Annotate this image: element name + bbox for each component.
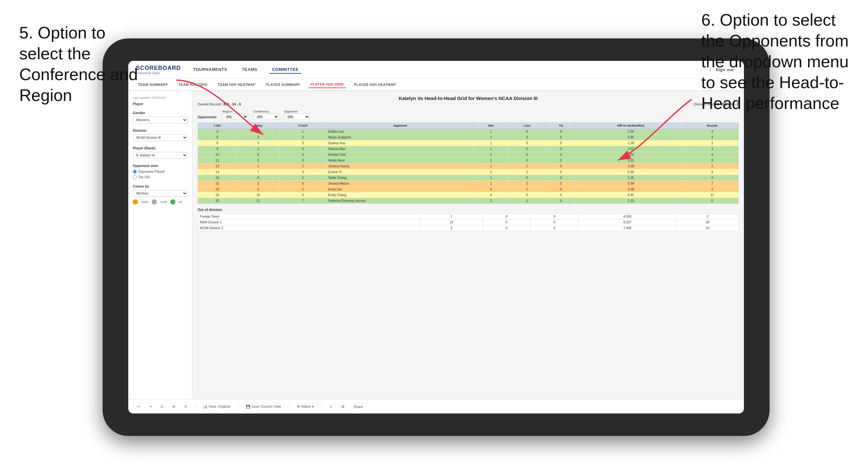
th-div: # Div xyxy=(198,123,237,129)
radio-top100-label: Top 100 xyxy=(138,175,150,179)
region-filter-select[interactable]: (All) xyxy=(222,114,248,120)
tablet-screen: SCOREBOARD Powered by clippd TOURNAMENTS… xyxy=(128,61,744,413)
toolbar-undo[interactable]: ↩ xyxy=(135,403,143,410)
table-row: 633Sydney Kuo100-1.003 xyxy=(198,141,739,146)
sidebar-division-label: Division xyxy=(133,128,188,132)
out-table-row: Foreign Team1004.5002 xyxy=(198,214,739,220)
radio-top100[interactable]: Top 100 xyxy=(133,175,188,179)
nav-item-teams[interactable]: TEAMS xyxy=(239,66,260,74)
nav-items: TOURNAMENTS TEAMS COMMITTEE xyxy=(190,66,710,74)
main-table: # Div # Reg # Conf Opponent Win Loss Tie… xyxy=(197,122,739,204)
opponents-label: Opponents: xyxy=(197,115,217,120)
th-conf: # Conf xyxy=(280,123,326,129)
sub-nav-player-h2h-grid[interactable]: PLAYER H2H GRID xyxy=(308,81,346,88)
panel-title: Katelyn Vo Head-to-Head Grid for Women's… xyxy=(197,95,739,101)
th-loss: Loss xyxy=(507,123,547,129)
content-panel: Katelyn Vo Head-to-Head Grid for Women's… xyxy=(192,91,744,399)
dot-level-label: Level xyxy=(160,200,167,204)
sub-nav-team-h2h-grid[interactable]: TEAM H2H GRID xyxy=(176,82,209,88)
table-row: 331Esther Lee1001.504 xyxy=(198,129,739,135)
toolbar-sep1 xyxy=(195,404,195,410)
dot-up xyxy=(170,199,176,205)
conference-filter-select[interactable]: (All) xyxy=(253,114,279,120)
dot-up-label: Up xyxy=(179,200,182,204)
th-rounds: Rounds xyxy=(686,123,739,129)
filter-region: Region (All) xyxy=(222,110,248,120)
sidebar-colour-section: Colour by Win/loss Down Level Up xyxy=(133,184,188,205)
out-table-row: NAIA Division 115009.26730 xyxy=(198,220,739,225)
division-select[interactable]: NCAA Division III xyxy=(133,134,188,141)
toolbar-export[interactable]: ↙ xyxy=(327,403,335,410)
radio-opponents-played[interactable]: Opponents Played xyxy=(133,169,188,174)
dot-level xyxy=(152,199,157,205)
colour-select[interactable]: Win/loss xyxy=(133,190,188,197)
table-row: 1311Jessica Huang110-3.002 xyxy=(198,163,739,169)
top-nav: SCOREBOARD Powered by clippd TOURNAMENTS… xyxy=(128,61,744,79)
dot-down xyxy=(133,199,138,205)
th-opponent: Opponent xyxy=(326,123,474,129)
gender-select[interactable]: Women's xyxy=(133,117,188,123)
nav-item-tournaments[interactable]: TOURNAMENTS xyxy=(190,66,229,74)
sub-nav-player-h2h-heatmap[interactable]: PLAYER H2H HEATMAP xyxy=(352,82,398,88)
th-reg: # Reg xyxy=(237,123,280,129)
out-division-table: Foreign Team1004.5002NAIA Division 11500… xyxy=(197,214,739,231)
th-tie: Tie xyxy=(547,123,576,129)
th-diff: Diff Av Strokes/Rnd xyxy=(576,123,686,129)
toolbar-grid[interactable]: ⊞ xyxy=(339,403,347,410)
sub-nav-player-summary[interactable]: PLAYER SUMMARY xyxy=(264,82,302,88)
toolbar-watch[interactable]: 👁 Watch ▾ xyxy=(294,403,317,410)
toolbar-copy[interactable]: ⎘ xyxy=(158,404,166,410)
sub-nav-team-h2h-heatmap[interactable]: TEAM H2H HEATMAP xyxy=(216,82,257,88)
bottom-toolbar: ↩ ↪ ⎘ ⊘ ◷ 📊 View: Original 💾 Save Custom… xyxy=(128,399,744,413)
toolbar-redo-1[interactable]: ↪ xyxy=(147,403,155,410)
toolbar-view-original[interactable]: 📊 View: Original xyxy=(200,403,233,410)
toolbar-time[interactable]: ◷ xyxy=(182,403,190,410)
overall-record-label: Overall Record: xyxy=(197,102,222,106)
filter-conference-label: Conference xyxy=(253,110,279,113)
filter-opponent: Opponent (All) xyxy=(284,110,310,120)
radio-opponents-played-input[interactable] xyxy=(133,169,137,174)
table-row: 20117Federica Domecq Lacroze2101.336 xyxy=(198,198,739,204)
radio-opponents-played-label: Opponents Played xyxy=(138,170,164,174)
main-content: Last Updated: 27/03/2024 Player Gender W… xyxy=(128,91,744,399)
dot-down-label: Down xyxy=(141,200,149,204)
filter-conference: Conference (All) xyxy=(253,110,279,120)
player-rank-select[interactable]: 8. Katelyn Vo xyxy=(133,152,188,159)
table-row: 19106Emily Chang4000.3011 xyxy=(198,192,739,198)
overall-record-value: 353 - 34 - 6 xyxy=(223,102,241,106)
table-row: 1636Jessica Mason120-0.947 xyxy=(198,181,739,187)
overall-record: Overall Record: 353 - 34 - 6 xyxy=(197,102,241,106)
annotation-left: 5. Option to select the Conference and R… xyxy=(19,23,148,106)
toolbar-save-custom[interactable]: 💾 Save Custom View xyxy=(243,403,284,410)
th-win: Win xyxy=(474,123,507,129)
filter-region-label: Region xyxy=(222,110,248,113)
sidebar-opponent-view-label: Opponent view xyxy=(133,164,188,168)
tablet-frame: SCOREBOARD Powered by clippd TOURNAMENTS… xyxy=(103,38,770,436)
sidebar-colour-label: Colour by xyxy=(133,184,188,188)
sidebar: Last Updated: 27/03/2024 Player Gender W… xyxy=(128,91,192,399)
table-row: 1063Andrea York2004.004 xyxy=(198,152,739,158)
sidebar-gender-label: Gender xyxy=(133,111,188,115)
toolbar-sep2 xyxy=(238,404,238,410)
sidebar-player-rank-label: Player (Rank) xyxy=(133,146,188,150)
filter-opponent-label: Opponent xyxy=(284,110,310,113)
table-row: 1474Eunice Yi2200.389 xyxy=(198,169,739,175)
toolbar-sep4 xyxy=(321,404,322,410)
sidebar-division-section: Division NCAA Division III xyxy=(133,128,188,141)
sidebar-gender-section: Gender Women's xyxy=(133,111,188,123)
toolbar-clear[interactable]: ⊘ xyxy=(169,403,178,410)
annotation-right: 6. Option to select the Opponents from t… xyxy=(701,10,858,114)
sidebar-player-rank-section: Player (Rank) 8. Katelyn Vo xyxy=(133,146,188,159)
toolbar-share[interactable]: Share xyxy=(351,404,365,410)
sub-nav: TEAM SUMMARY TEAM H2H GRID TEAM H2H HEAT… xyxy=(128,79,744,91)
colour-dots: Down Level Up xyxy=(133,199,188,205)
table-row: 914Sharon Mun1003.673 xyxy=(198,146,739,152)
out-table-row: NCAA Division 25007.40010 xyxy=(198,225,739,231)
out-of-division-header: Out of division xyxy=(197,208,739,212)
table-row: 522Alexis Sudijanto1004.003 xyxy=(198,135,739,141)
nav-item-committee[interactable]: COMMITTEE xyxy=(269,66,301,74)
filter-row: Opponents: Region (All) Conference (All) xyxy=(197,110,739,120)
opponent-filter-select[interactable]: (All) xyxy=(284,114,310,120)
radio-top100-input[interactable] xyxy=(133,175,137,179)
record-row: Overall Record: 353 - 34 - 6 Division Re… xyxy=(197,102,739,106)
